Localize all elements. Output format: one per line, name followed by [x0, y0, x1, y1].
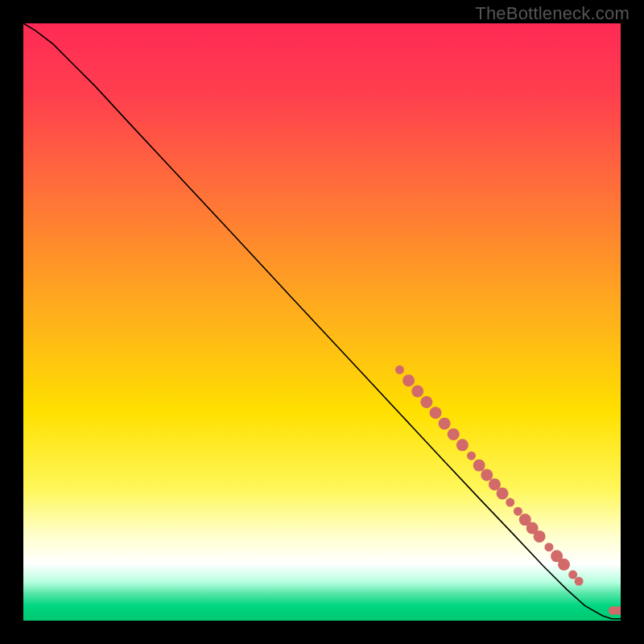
scatter-dot	[506, 498, 514, 507]
chart-svg	[23, 23, 621, 621]
scatter-dot	[473, 460, 485, 472]
chart-plot-area	[23, 23, 621, 621]
scatter-dot	[481, 469, 493, 481]
scatter-dot	[568, 570, 577, 579]
scatter-dot	[402, 374, 415, 386]
scatter-dot	[439, 418, 451, 430]
scatter-dot	[411, 386, 423, 398]
scatter-dot	[395, 365, 404, 374]
scatter-dot	[467, 452, 476, 460]
watermark-text: TheBottleneck.com	[475, 3, 630, 24]
scatter-dot	[429, 407, 441, 419]
scatter-dot	[497, 487, 509, 499]
scatter-dot	[514, 507, 522, 516]
scatter-dot	[456, 439, 469, 451]
scatter-dot	[420, 396, 432, 408]
scatter-dot	[544, 543, 553, 551]
scatter-dot	[448, 428, 460, 440]
scatter-dot	[575, 577, 584, 586]
scatter-dot	[558, 559, 570, 571]
scatter-dot	[534, 530, 546, 543]
